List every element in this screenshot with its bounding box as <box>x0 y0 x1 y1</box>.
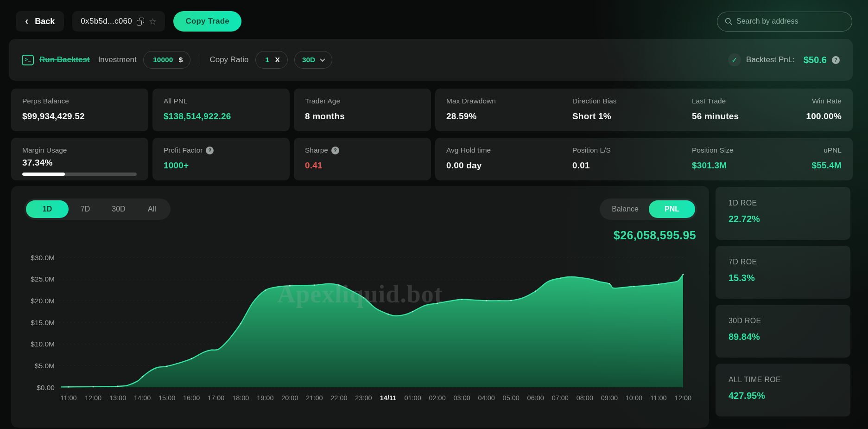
back-label: Back <box>35 17 55 26</box>
roe-sidebar: 1D ROE 22.72% 7D ROE 15.3% 30D ROE 89.84… <box>716 187 850 416</box>
chevron-down-icon <box>320 57 325 62</box>
run-backtest-button[interactable]: Run Backtest <box>39 55 90 64</box>
copy-ratio-label: Copy Ratio <box>209 55 248 64</box>
stat-label: Trader Age <box>305 97 420 105</box>
svg-text:06:00: 06:00 <box>527 394 544 402</box>
avg-hold-time-cell: Avg Hold time 0.00 day <box>446 146 572 172</box>
svg-text:11:00: 11:00 <box>60 394 76 402</box>
investment-field[interactable]: $ <box>143 51 191 69</box>
investment-unit: $ <box>179 56 183 64</box>
period-value: 30D <box>302 56 315 64</box>
backtest-bar: >_ Run Backtest Investment $ Copy Ratio … <box>9 39 853 81</box>
copy-ratio-field[interactable]: X <box>255 51 288 69</box>
stat-value: $138,514,922.26 <box>164 111 279 122</box>
svg-text:14/11: 14/11 <box>380 394 397 402</box>
help-icon[interactable]: ? <box>206 147 214 154</box>
svg-text:12:00: 12:00 <box>675 394 691 402</box>
favorite-star-icon[interactable]: ☆ <box>149 17 157 26</box>
svg-text:09:00: 09:00 <box>601 394 618 402</box>
max-drawdown-cell: Max Drawdown 28.59% <box>446 97 572 123</box>
investment-input[interactable] <box>151 56 175 64</box>
svg-text:$5.0M: $5.0M <box>35 362 55 370</box>
svg-text:$20.0M: $20.0M <box>31 297 55 305</box>
tab-7d[interactable]: 7D <box>69 200 102 218</box>
win-rate-cell: Win Rate 100.00% <box>806 97 842 123</box>
margin-usage-progress <box>22 173 137 176</box>
back-button[interactable]: ‹ Back <box>16 11 64 32</box>
svg-text:$25.0M: $25.0M <box>31 275 55 283</box>
svg-text:$0.00: $0.00 <box>37 384 55 391</box>
check-icon: ✓ <box>728 53 741 66</box>
tab-1d[interactable]: 1D <box>26 200 69 218</box>
stat-value: 0.41 <box>305 160 420 171</box>
bottom-section: 1D 7D 30D All Balance PNL $26,058,595.95… <box>11 186 853 428</box>
roe-alltime-card: ALL TIME ROE 427.95% <box>716 364 850 416</box>
svg-text:11:00: 11:00 <box>650 394 666 402</box>
stats-row-1: Perps Balance $99,934,429.52 All PNL $13… <box>11 89 853 131</box>
perps-balance-card: Perps Balance $99,934,429.52 <box>11 89 148 131</box>
pnl-area-chart: $30.0M$25.0M$20.0M$15.0M$10.0M$5.0M$0.00… <box>16 249 696 404</box>
progress-fill <box>22 173 65 176</box>
tab-30d[interactable]: 30D <box>102 200 135 218</box>
stat-label: Sharpe ? <box>305 146 420 154</box>
stats-section: Perps Balance $99,934,429.52 All PNL $13… <box>11 89 853 180</box>
search-input[interactable] <box>736 17 844 26</box>
trader-address-pill[interactable]: 0x5b5d...c060 ☆ <box>72 11 165 32</box>
roe-30d-card: 30D ROE 89.84% <box>716 305 850 358</box>
investment-label: Investment <box>98 55 137 64</box>
search-box[interactable] <box>717 12 852 32</box>
stat-label: All PNL <box>164 97 279 105</box>
svg-text:08:00: 08:00 <box>577 394 593 402</box>
svg-text:22:00: 22:00 <box>330 394 347 402</box>
sharpe-card: Sharpe ? 0.41 <box>294 138 431 180</box>
help-icon[interactable]: ? <box>832 56 840 64</box>
svg-text:20:00: 20:00 <box>281 394 298 402</box>
position-size-cell: Position Size $301.3M <box>692 146 811 172</box>
svg-text:$15.0M: $15.0M <box>31 319 55 327</box>
roe-7d-card: 7D ROE 15.3% <box>716 246 850 299</box>
topbar: ‹ Back 0x5b5d...c060 ☆ Copy Trade <box>16 11 852 32</box>
svg-text:12:00: 12:00 <box>85 394 101 402</box>
mode-toggle: Balance PNL <box>600 198 697 220</box>
trader-address: 0x5b5d...c060 <box>81 17 132 26</box>
pnl-headline-value: $26,058,595.95 <box>614 229 696 242</box>
tab-all[interactable]: All <box>135 200 169 218</box>
period-select[interactable]: 30D <box>294 51 332 69</box>
svg-text:19:00: 19:00 <box>257 394 273 402</box>
tab-balance[interactable]: Balance <box>602 200 649 218</box>
stat-value: 37.34% <box>22 158 137 168</box>
range-tabs: 1D 7D 30D All <box>24 198 171 220</box>
svg-text:23:00: 23:00 <box>355 394 372 402</box>
trader-age-card: Trader Age 8 months <box>294 89 431 131</box>
direction-bias-cell: Direction Bias Short 1% <box>572 97 692 123</box>
upnl-cell: uPNL $55.4M <box>811 146 842 172</box>
stat-value: 1000+ <box>164 160 279 171</box>
stat-value: 8 months <box>305 111 420 122</box>
trade-stats-card: Max Drawdown 28.59% Direction Bias Short… <box>435 89 853 131</box>
svg-text:15:00: 15:00 <box>158 394 175 402</box>
last-trade-cell: Last Trade 56 minutes <box>692 97 806 123</box>
svg-text:04:00: 04:00 <box>478 394 495 402</box>
tab-pnl[interactable]: PNL <box>649 200 695 218</box>
copy-address-icon[interactable] <box>137 18 144 26</box>
svg-text:21:00: 21:00 <box>306 394 323 402</box>
copy-trade-button[interactable]: Copy Trade <box>173 11 241 32</box>
margin-usage-card: Margin Usage 37.34% <box>11 138 148 180</box>
stat-label: Profit Factor ? <box>164 146 279 154</box>
backtest-pnl-value: $50.6 <box>804 55 827 65</box>
svg-text:$10.0M: $10.0M <box>31 340 55 348</box>
roe-1d-card: 1D ROE 22.72% <box>716 187 850 240</box>
svg-text:18:00: 18:00 <box>232 394 249 402</box>
help-icon[interactable]: ? <box>331 147 339 154</box>
svg-text:03:00: 03:00 <box>453 394 470 402</box>
svg-text:07:00: 07:00 <box>552 394 569 402</box>
divider <box>200 54 200 66</box>
all-pnl-card: All PNL $138,514,922.26 <box>152 89 290 131</box>
copy-ratio-input[interactable] <box>263 56 272 64</box>
back-chevron-icon: ‹ <box>25 16 28 26</box>
stat-label: Margin Usage <box>22 146 137 154</box>
stat-label: Perps Balance <box>22 97 137 105</box>
stats-row-2: Margin Usage 37.34% Profit Factor ? 1000… <box>11 138 853 180</box>
svg-text:$30.0M: $30.0M <box>31 254 55 262</box>
svg-text:05:00: 05:00 <box>503 394 520 402</box>
